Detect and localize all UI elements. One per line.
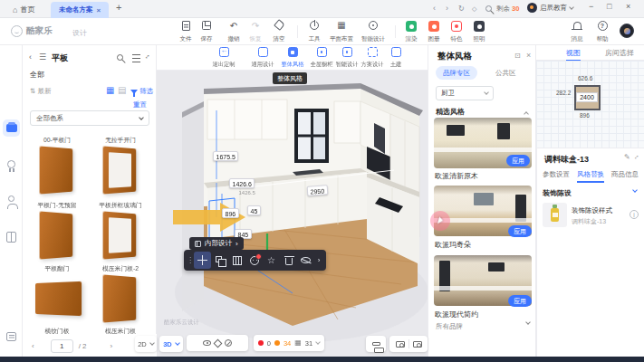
sidebar-item-wardrobe[interactable] (3, 228, 20, 245)
sidebar-item-my[interactable] (3, 192, 20, 209)
tab-brand-zone[interactable]: 品牌专区 (436, 66, 477, 80)
close-tab-icon[interactable]: × (96, 6, 101, 14)
tab-product-info[interactable]: 商品信息 (611, 170, 639, 179)
edit-icon[interactable]: ✎ (624, 153, 630, 161)
tab-style-replace[interactable]: 风格替换 (577, 170, 604, 183)
catalog-item[interactable]: 模压米门板-2 (91, 264, 150, 321)
home-tab[interactable]: ⌂ 首页 (13, 3, 34, 16)
minimize-window-icon[interactable]: − (589, 2, 593, 11)
sidebar-item-list[interactable] (3, 328, 20, 345)
sidebar-item-materials[interactable] (3, 119, 20, 137)
catalog-item[interactable]: 00-平板门 (27, 136, 87, 193)
undo-button[interactable]: ↶ 撤销 (222, 21, 245, 43)
chevron-down-icon[interactable] (632, 187, 638, 193)
save-button[interactable]: 保存 (195, 21, 218, 43)
filter-all-label[interactable]: 全部 (30, 70, 44, 80)
info-icon[interactable]: i (630, 210, 639, 219)
cube-icon[interactable] (214, 338, 223, 348)
design-canvas[interactable]: 退出定制 通用设计 整体风格 全屋橱柜 智能设计 方案设计 土建 整体风格 (157, 45, 428, 357)
design-menu[interactable]: 设计 (72, 28, 87, 38)
dimension-label[interactable]: 1426.6 (229, 178, 255, 188)
shield-icon[interactable]: ◇ (472, 4, 476, 14)
grid-view-icon[interactable]: ▦ (106, 86, 114, 95)
camera-settings-icon[interactable] (413, 341, 422, 348)
refresh-icon[interactable]: ↻ (458, 4, 465, 14)
clear-button[interactable]: 清空 (267, 21, 291, 43)
apply-button[interactable]: 应用 (506, 155, 530, 167)
tab-room-select[interactable]: 房间选择 (605, 48, 634, 58)
help-button[interactable]: ? 帮助 (591, 21, 614, 43)
mini-floorplan-viewport[interactable]: 626.6 282.2 2400 896 (536, 61, 644, 148)
tab-view[interactable]: 视图 (566, 48, 581, 62)
visibility-icon[interactable] (203, 340, 211, 346)
category-list-icon[interactable]: ☰ (39, 52, 46, 62)
decor-thumbnail[interactable] (543, 203, 567, 227)
tab-active-plan[interactable]: 未命名方案 × (51, 2, 109, 18)
general-design-button[interactable]: 通用设计 (247, 47, 278, 69)
dimension-label[interactable]: 2950 (307, 185, 328, 196)
color-filter-dropdown[interactable]: 全部色系 (30, 110, 149, 126)
cabinet-edit-button[interactable] (228, 252, 245, 269)
expand-icon[interactable]: ↕ (632, 153, 640, 161)
dimension-label[interactable]: 1675.5 (213, 151, 238, 161)
drag-handle[interactable]: ⋮ (187, 252, 194, 269)
sort-control[interactable]: ⇅ 最新 (30, 87, 51, 96)
filter-button[interactable]: 筛选 (130, 87, 153, 96)
collapse-icon[interactable] (524, 111, 529, 117)
kitchen-3d-scene[interactable] (157, 71, 428, 357)
view-3d-button[interactable]: 3D (159, 336, 183, 352)
decor-row-title[interactable]: 装饰陈设样式 (572, 206, 612, 215)
copy-button[interactable] (211, 252, 228, 269)
forward-icon[interactable]: › (446, 4, 448, 14)
overall-style-button[interactable]: 整体风格 (277, 47, 308, 69)
move-button[interactable] (194, 252, 211, 269)
new-tab-button[interactable]: + (116, 2, 121, 13)
render-button[interactable]: 渲染 (399, 21, 423, 43)
view-2d-button[interactable]: 2D (135, 336, 157, 352)
favorite-button[interactable]: ☆ (263, 252, 280, 269)
user-avatar[interactable] (620, 24, 634, 38)
layers-button[interactable] (366, 336, 386, 352)
tools-button[interactable]: 工具 (303, 21, 326, 43)
reset-button[interactable]: 重置 (133, 100, 147, 110)
messages-button[interactable]: 消息 (565, 21, 589, 43)
album-button[interactable]: 图册 (422, 21, 446, 43)
next-page-icon[interactable]: › (111, 342, 113, 350)
tab-public-zone[interactable]: 公共区 (488, 66, 524, 80)
hide-button[interactable] (297, 252, 314, 269)
delete-button[interactable] (280, 252, 297, 269)
ai-assistant-button[interactable] (245, 252, 263, 269)
catalog-item[interactable]: 无拉手开门 (91, 136, 150, 193)
tab-parameters[interactable]: 参数设置 (543, 170, 570, 179)
compass-icon[interactable] (225, 339, 232, 347)
expand-icon[interactable]: ↕ (143, 52, 151, 61)
brand-filter-footer[interactable]: 所有品牌 (436, 322, 530, 331)
more-tools-icon[interactable]: › (314, 252, 323, 269)
brand-logo[interactable]: 酷家乐 (11, 25, 53, 37)
search-icon[interactable] (117, 54, 123, 62)
category-dropdown[interactable]: 厨卫 (436, 86, 494, 100)
pin-icon[interactable]: ⊡ (514, 52, 521, 60)
back-icon[interactable]: ‹ (433, 4, 436, 14)
dimension-label[interactable]: 45 (247, 205, 261, 215)
back-icon[interactable]: ‹ (29, 52, 32, 62)
exit-custom-button[interactable]: 退出定制 (208, 47, 239, 69)
account-menu[interactable]: 启辰教育 (527, 3, 573, 13)
catalog-item[interactable]: 平板拼框玻璃门 (91, 201, 150, 258)
search-icon[interactable] (485, 5, 492, 14)
sliders-icon[interactable] (132, 54, 140, 62)
catalog-item[interactable]: 平板翻门 (27, 264, 87, 315)
sidebar-item-brand[interactable] (3, 156, 20, 173)
dimension-label[interactable]: 896 (222, 208, 239, 218)
apply-button[interactable]: 应用 (508, 225, 532, 237)
maximize-window-icon[interactable]: □ (607, 2, 611, 11)
page-number[interactable]: 1 (51, 339, 73, 353)
close-window-icon[interactable]: × (626, 2, 630, 11)
warnings-bar[interactable]: 0 34 ▦31 (254, 335, 324, 351)
apply-button[interactable]: 应用 (508, 295, 532, 307)
redo-button[interactable]: ↷ 恢复 (244, 21, 267, 43)
lighting-button[interactable]: 照明 (467, 21, 491, 43)
prev-page-icon[interactable]: ‹ (32, 342, 34, 350)
smart-design-button[interactable]: 智能设计 (359, 21, 388, 43)
list-view-icon[interactable]: ▤ (118, 86, 126, 95)
